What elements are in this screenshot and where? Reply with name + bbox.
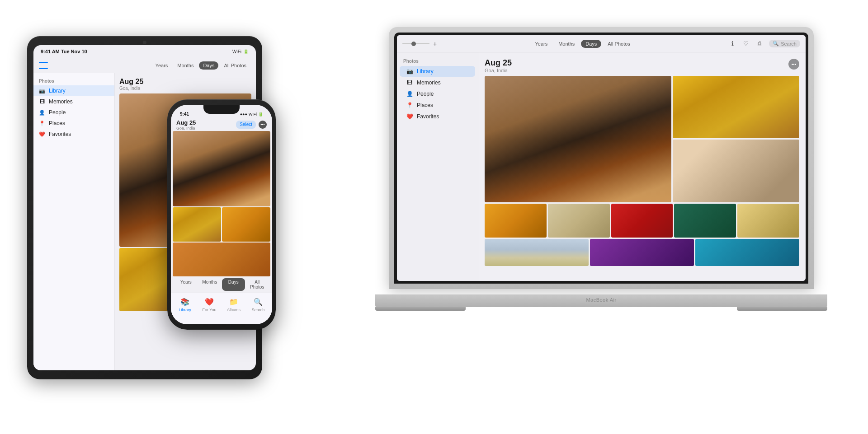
ipad-date: Aug 25 — [119, 78, 251, 86]
iphone-more-button[interactable]: ••• — [259, 121, 267, 129]
iphone-tab-foryou[interactable]: ❤️ For You — [197, 297, 222, 312]
more-options-button[interactable]: ••• — [788, 59, 799, 70]
photos-content: Photos 📷 Library 🎞 Memories — [397, 52, 806, 281]
tab-days[interactable]: Days — [581, 40, 601, 48]
main-location: Goa, India — [485, 68, 799, 73]
macbook-screen-bezel: + Years Months Days All Photos ℹ ♡ — [394, 33, 808, 284]
iphone-tab-search[interactable]: 🔍 Search — [246, 297, 270, 312]
iphone-tab-albums[interactable]: 📁 Albums — [222, 297, 246, 312]
sidebar-item-memories[interactable]: 🎞 Memories — [400, 77, 475, 88]
tab-all-photos[interactable]: All Photos — [603, 40, 635, 48]
zoom-plus-icon: + — [433, 40, 437, 47]
iphone-battery-icon: 🔋 — [258, 112, 263, 117]
heart-icon[interactable]: ♡ — [742, 40, 750, 48]
iphone-action-buttons: Select ••• — [236, 121, 267, 129]
photo-laundry[interactable] — [737, 204, 799, 238]
ipad-tab-days[interactable]: Days — [199, 61, 218, 70]
iphone-albums-tab-icon: 📁 — [229, 297, 239, 307]
photo-woman-red[interactable] — [673, 140, 799, 202]
sidebar-library-label: Library — [417, 68, 434, 75]
macbook-base — [375, 294, 827, 307]
iphone-search-tab-label: Search — [252, 308, 265, 312]
ipad-people-icon: 👤 — [39, 109, 45, 116]
iphone-date: Aug 25 — [176, 119, 196, 126]
iphone-hero-photo[interactable] — [173, 131, 270, 206]
sidebar-item-favorites[interactable]: ❤️ Favorites — [400, 111, 475, 122]
photos-main: Aug 25 Goa, India — [478, 52, 806, 281]
ipad-memories-icon: 🎞 — [39, 98, 45, 105]
iphone-library-tab-label: Library — [179, 308, 191, 312]
sidebar-memories-label: Memories — [417, 79, 441, 86]
photo-sari-1[interactable] — [485, 204, 547, 238]
sidebar-people-label: People — [417, 91, 434, 97]
ipad-sidebar-places[interactable]: 📍 Places — [33, 118, 114, 129]
ipad-toolbar-left — [39, 62, 48, 69]
iphone-tab-library[interactable]: 📚 Library — [173, 297, 197, 312]
iphone-foryou-tab-icon: ❤️ — [204, 297, 214, 307]
iphone-select-button[interactable]: Select — [236, 121, 256, 129]
ipad-sidebar-panel: Photos 📷 Library 🎞 Memories 👤 — [33, 73, 115, 370]
ipad-sidebar-favorites[interactable]: ❤️ Favorites — [33, 129, 114, 140]
toolbar-tabs: Years Months Days All Photos — [530, 40, 634, 48]
photo-walk-1[interactable] — [548, 204, 610, 238]
tab-years[interactable]: Years — [530, 40, 552, 48]
sidebar-item-people[interactable]: 👤 People — [400, 89, 475, 99]
tab-months[interactable]: Months — [554, 40, 579, 48]
iphone-time: 9:41 — [180, 112, 189, 117]
sidebar-item-library[interactable]: 📷 Library — [400, 66, 475, 77]
ipad-sidebar-toggle[interactable] — [39, 62, 48, 69]
favorites-icon: ❤️ — [406, 113, 413, 120]
iphone-sel-years[interactable]: Years — [175, 278, 198, 291]
iphone-signal-icon: ●●● — [240, 112, 247, 117]
scene: + Years Months Days All Photos ℹ ♡ — [0, 0, 868, 434]
iphone-screen: 9:41 ●●● WiFi 🔋 Aug 25 Goa, India — [171, 105, 272, 324]
ipad-favorites-label: Favorites — [49, 131, 71, 137]
ipad-battery-icon: 🔋 — [243, 49, 249, 54]
iphone-notch — [203, 105, 240, 114]
ipad-wifi-icon: WiFi — [232, 49, 241, 54]
iphone-row-2 — [173, 207, 270, 241]
iphone-photo-2[interactable] — [222, 207, 270, 241]
macbook-lid: + Years Months Days All Photos ℹ ♡ — [389, 27, 814, 289]
ipad-tab-months[interactable]: Months — [173, 61, 198, 70]
iphone-photo-1[interactable] — [173, 207, 221, 241]
date-header: Aug 25 Goa, India — [485, 59, 799, 73]
zoom-slider[interactable] — [402, 43, 429, 44]
ipad-tab-all[interactable]: All Photos — [220, 61, 250, 70]
iphone-sel-months[interactable]: Months — [198, 278, 222, 291]
ipad-library-label: Library — [49, 88, 66, 94]
search-box[interactable]: 🔍 Search — [769, 40, 800, 47]
photos-app: + Years Months Days All Photos ℹ ♡ — [397, 35, 806, 281]
photo-purple[interactable] — [590, 239, 694, 266]
sidebar-section-photos: Photos — [397, 57, 478, 65]
sidebar-item-places[interactable]: 📍 Places — [400, 100, 475, 111]
ipad-tab-years[interactable]: Years — [151, 61, 172, 70]
share-icon[interactable]: ⎙ — [755, 40, 764, 48]
ipad-sidebar-memories[interactable]: 🎞 Memories — [33, 96, 114, 107]
photo-man-yellow[interactable] — [673, 76, 799, 139]
info-icon[interactable]: ℹ — [728, 40, 736, 48]
photo-blue[interactable] — [695, 239, 799, 266]
ipad-sidebar-section: Photos — [33, 77, 114, 85]
iphone-sel-all[interactable]: All Photos — [246, 278, 269, 291]
ipad-sidebar-library[interactable]: 📷 Library — [33, 85, 114, 96]
ipad-camera — [143, 41, 146, 44]
ipad-status-icons: WiFi 🔋 — [232, 49, 249, 54]
iphone-tabs-row: Years Months Days All Photos — [175, 278, 269, 291]
search-icon: 🔍 — [773, 41, 779, 47]
iphone-sel-days[interactable]: Days — [222, 278, 245, 291]
photo-red-fabric[interactable] — [611, 204, 673, 238]
photo-monument[interactable] — [485, 239, 589, 266]
ipad-sidebar-people[interactable]: 👤 People — [33, 107, 114, 118]
ipad-favorites-icon: ❤️ — [39, 131, 45, 137]
iphone-body: 9:41 ●●● WiFi 🔋 Aug 25 Goa, India — [167, 99, 276, 330]
main-date: Aug 25 — [485, 59, 799, 68]
iphone-location: Goa, India — [176, 126, 196, 131]
ipad-location: Goa, India — [119, 86, 251, 91]
hero-photo[interactable] — [485, 76, 671, 202]
iphone-photo-3[interactable] — [173, 243, 270, 276]
right-col — [673, 76, 799, 202]
ipad-tabs: Years Months Days All Photos — [151, 61, 250, 70]
photo-green[interactable] — [674, 204, 736, 238]
photos-toolbar: + Years Months Days All Photos ℹ ♡ — [397, 35, 806, 52]
